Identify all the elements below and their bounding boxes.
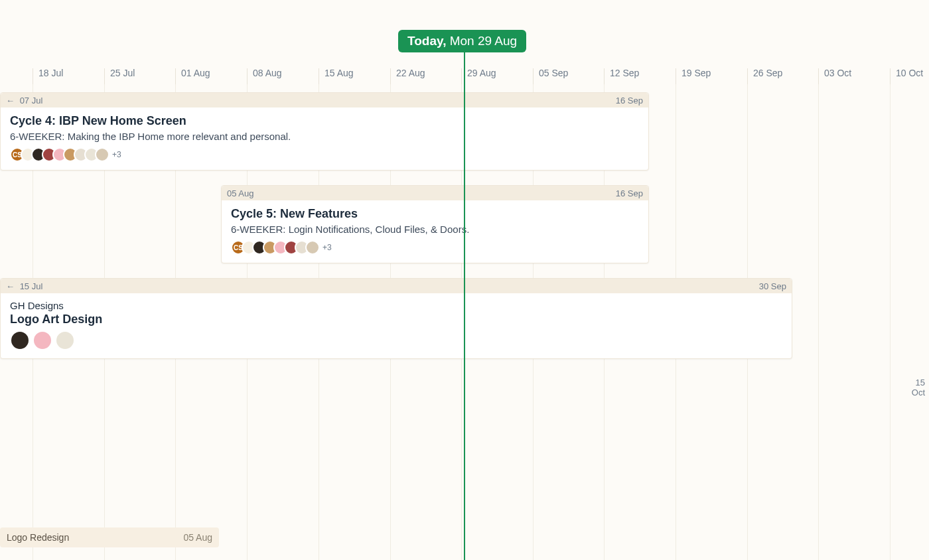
date-tick: 18 Jul [33,68,63,84]
mini-card-end-date: 05 Aug [183,532,212,543]
card-avatars [10,330,782,350]
card-title: Cycle 4: IBP New Home Screen [10,114,639,128]
today-vertical-line [464,30,465,560]
card-title: Cycle 5: New Features [231,207,639,221]
avatar [55,330,75,350]
date-tick: 19 Sep [676,68,711,84]
avatar [33,330,52,350]
card-end-date: 30 Sep [759,281,786,291]
today-prefix: Today, [407,34,446,48]
date-tick: 26 Sep [747,68,782,84]
card-avatars: CS +3 [231,240,639,255]
card-start-date: ← 15 Jul [6,281,42,291]
date-tick: 25 Jul [104,68,135,84]
card-description: 6-WEEKER: Login Notifications, Cloud Fil… [231,224,639,235]
date-tick: 29 Aug [461,68,496,84]
date-tick: 03 Oct [818,68,851,84]
card-avatars: CS +3 [10,147,639,162]
card-end-date: 16 Sep [616,96,643,105]
project-card-cycle-4[interactable]: ← 07 Jul 16 Sep Cycle 4: IBP New Home Sc… [0,92,649,171]
card-body: GH Designs Logo Art Design [1,293,792,358]
project-card-cycle-5[interactable]: 05 Aug 16 Sep Cycle 5: New Features 6-WE… [221,185,649,263]
date-tick: 05 Sep [533,68,568,84]
avatar [95,147,109,162]
card-start-date: 05 Aug [227,188,254,198]
card-body: Cycle 5: New Features 6-WEEKER: Login No… [222,200,648,263]
today-date: Mon 29 Aug [450,34,517,48]
date-tick: 01 Aug [175,68,210,84]
card-date-bar: ← 15 Jul 30 Sep [1,279,792,293]
card-date-bar: 05 Aug 16 Sep [222,186,648,200]
timeline-edge-date: 15 Oct [912,378,925,397]
date-tick: 12 Sep [604,68,639,84]
date-tick: 22 Aug [390,68,425,84]
grid-line [818,84,819,560]
today-indicator-pill[interactable]: Today, Mon 29 Aug [398,30,526,52]
card-title: Logo Art Design [10,313,782,326]
avatar [10,330,30,350]
date-tick: 10 Oct [890,68,923,84]
avatar-overflow-count: +3 [322,243,332,252]
avatar [305,240,320,255]
arrow-left-icon: ← [6,96,15,105]
grid-line [890,84,891,560]
card-description: 6-WEEKER: Making the IBP Home more relev… [10,131,639,142]
card-start-date: ← 07 Jul [6,96,42,105]
project-card-logo-redesign[interactable]: Logo Redesign 05 Aug [0,527,219,547]
mini-card-title: Logo Redesign [7,532,69,543]
card-end-date: 16 Sep [616,188,643,198]
card-supertitle: GH Designs [10,300,782,311]
project-card-logo-art-design[interactable]: ← 15 Jul 30 Sep GH Designs Logo Art Desi… [0,278,792,359]
arrow-left-icon: ← [6,281,15,291]
card-body: Cycle 4: IBP New Home Screen 6-WEEKER: M… [1,107,648,170]
card-date-bar: ← 07 Jul 16 Sep [1,93,648,107]
avatar-overflow-count: +3 [112,150,121,159]
date-tick: 15 Aug [319,68,354,84]
timeline-canvas: { "today": { "prefix": "Today,", "date":… [0,0,929,560]
date-tick: 08 Aug [247,68,282,84]
